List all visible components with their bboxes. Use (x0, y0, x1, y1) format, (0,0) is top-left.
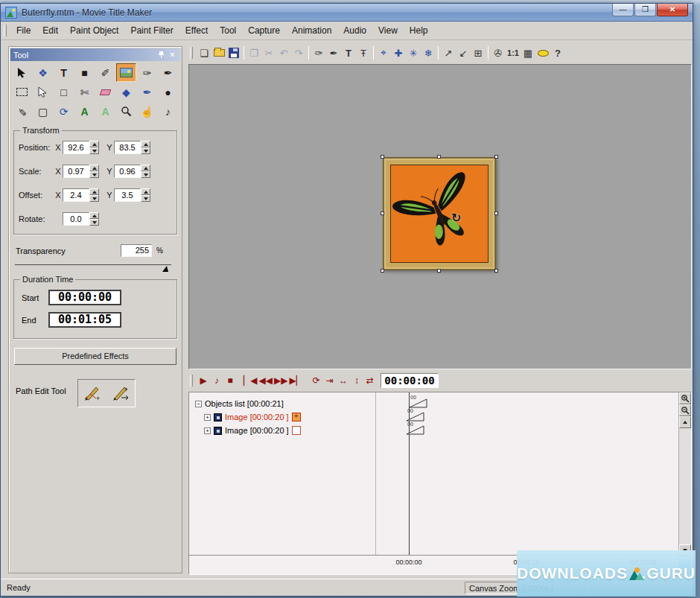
resize-handle-e[interactable] (494, 211, 498, 215)
start-time-display[interactable]: 00:00:00 (48, 290, 121, 305)
music-note-tool[interactable]: ♪ (158, 102, 178, 121)
playbar-drag-handle[interactable] (190, 375, 193, 387)
burst-icon[interactable]: ✳ (406, 45, 421, 60)
pen-plus-tool[interactable]: ✑ (137, 63, 157, 82)
bring-forward-icon[interactable]: ↗ (441, 45, 456, 60)
collapse-icon[interactable]: − (195, 401, 202, 407)
paint-bucket-tool[interactable]: ◆ (116, 83, 136, 101)
resize-handle-nw[interactable] (381, 155, 384, 159)
canvas[interactable]: ↻ (188, 64, 692, 369)
menu-animation[interactable]: Animation (286, 22, 337, 39)
redo-icon[interactable]: ↷ (291, 45, 306, 60)
goto-marker-button[interactable]: ⇥ (323, 374, 337, 387)
cut-icon[interactable]: ✂ (261, 45, 276, 60)
copy-icon[interactable]: ❐ (246, 45, 261, 60)
audio-button[interactable]: ♪ (210, 374, 223, 387)
filled-rect-tool[interactable]: ■ (74, 63, 95, 82)
position-x-down[interactable] (89, 147, 99, 154)
last-frame-button[interactable]: ▶▏ (288, 374, 303, 387)
objects-root-row[interactable]: − Objects list [00:00:21] (195, 398, 284, 409)
framed-butterfly-image[interactable] (383, 157, 496, 270)
position-x-field[interactable]: 92.6 (63, 141, 99, 154)
repeat-range-button[interactable]: ⇄ (363, 374, 377, 387)
ink-pen-tool[interactable]: ✒ (137, 83, 157, 101)
path-edit-add-icon[interactable]: + (83, 384, 102, 402)
object-row-2[interactable]: + Image [00:00:20 ] (204, 425, 301, 436)
menu-drag-handle[interactable] (4, 25, 7, 36)
first-frame-button[interactable]: ▏◀ (243, 374, 258, 387)
menu-view[interactable]: View (372, 22, 404, 39)
new-document-icon[interactable]: ❏ (197, 45, 211, 60)
save-icon[interactable] (226, 45, 241, 60)
open-folder-icon[interactable] (211, 45, 226, 60)
send-backward-icon[interactable]: ↙ (456, 45, 471, 60)
scroll-up-icon[interactable] (679, 416, 691, 428)
keyframe-marker-1[interactable]: 00 (408, 395, 429, 409)
paint-roller-tool[interactable]: ❖ (33, 63, 53, 82)
path-edit-move-icon[interactable]: + (111, 384, 130, 402)
menu-tool[interactable]: Tool (214, 22, 242, 39)
keyframe-marker-3[interactable]: 00 (405, 422, 426, 436)
position-y-field[interactable]: 83.5 (114, 141, 150, 154)
current-time-display[interactable]: 00:00:00 (381, 373, 439, 388)
text-baseline-icon[interactable]: Ŧ (356, 45, 371, 60)
toolbar-drag-handle[interactable] (190, 47, 193, 59)
offset-y-field[interactable]: 3.5 (114, 188, 150, 202)
stop-button[interactable]: ■ (223, 374, 237, 387)
text-tool[interactable]: T (54, 63, 74, 82)
grid-list-icon[interactable]: ▦ (521, 45, 535, 60)
rounded-rect-tool[interactable]: ▢ (33, 102, 53, 121)
menu-file[interactable]: File (10, 22, 36, 39)
outline-text-tool[interactable]: A (95, 102, 115, 121)
art-text-tool[interactable]: A (74, 102, 95, 121)
transparency-slider[interactable] (15, 264, 171, 265)
position-x-up[interactable] (89, 141, 99, 147)
timeline-scrollbar[interactable] (678, 392, 691, 574)
offset-x-field[interactable]: 2.4 (63, 188, 99, 202)
zoom-tool[interactable] (116, 102, 136, 121)
position-y-down[interactable] (141, 147, 150, 154)
fast-forward-button[interactable]: ▶▶ (273, 374, 288, 387)
menu-audio[interactable]: Audio (337, 22, 372, 39)
resize-handle-s[interactable] (437, 269, 441, 273)
image-tool[interactable] (116, 63, 136, 82)
knife-tool[interactable]: ✄ (74, 83, 95, 101)
timeline[interactable]: − Objects list [00:00:21] + Image [00:00… (188, 392, 692, 575)
direct-select-tool[interactable] (33, 83, 53, 101)
pen-minus-tool[interactable]: ✒ (158, 63, 178, 82)
predefined-effects-button[interactable]: Predefined Effects (14, 348, 176, 365)
ink-blob-tool[interactable]: ● (158, 83, 178, 101)
expand-icon[interactable]: + (204, 414, 211, 421)
resize-handle-n[interactable] (437, 155, 441, 159)
menu-help[interactable]: Help (404, 22, 434, 39)
reel-icon[interactable]: ✇ (491, 45, 506, 60)
rewind-button[interactable]: ◀◀ (258, 374, 273, 387)
eraser-tool[interactable] (95, 83, 115, 101)
scale-y-field[interactable]: 0.96 (114, 165, 150, 178)
select-tool[interactable] (12, 63, 32, 82)
oval-tool-icon[interactable] (535, 45, 550, 60)
snowflake-icon[interactable]: ❄ (421, 45, 436, 60)
actual-size-icon[interactable]: 1:1 (506, 45, 521, 60)
position-y-up[interactable] (141, 141, 150, 147)
rotate-3d-tool[interactable]: ⟳ (54, 102, 74, 121)
pen-add-icon[interactable]: ✑ (311, 45, 326, 60)
freehand-pen-tool[interactable]: ✐ (95, 63, 115, 82)
tool-panel-header[interactable]: Tool ✕ (10, 48, 180, 61)
scale-x-field[interactable]: 0.97 (63, 165, 99, 178)
menu-edit[interactable]: Edit (36, 22, 64, 39)
object-row-1[interactable]: + Image [00:00:20 ] (204, 412, 301, 422)
timeline-zoom-in-icon[interactable] (679, 392, 691, 404)
timeline-splitter[interactable] (375, 392, 376, 555)
close-panel-icon[interactable]: ✕ (168, 50, 177, 60)
pen-remove-icon[interactable]: ✒ (326, 45, 341, 60)
resize-handle-se[interactable] (494, 269, 498, 273)
layer-visibility-icon[interactable] (214, 427, 222, 435)
pin-icon[interactable] (156, 50, 166, 60)
play-button[interactable]: ▶ (197, 374, 210, 387)
layer-visibility-icon[interactable] (214, 413, 222, 422)
rotate-field[interactable]: 0.0 (63, 212, 99, 226)
close-button[interactable]: ✕ (657, 4, 688, 16)
eyedropper-tool[interactable]: ✎ (12, 102, 32, 121)
keyframe-marker-2[interactable]: 00 (405, 409, 426, 422)
